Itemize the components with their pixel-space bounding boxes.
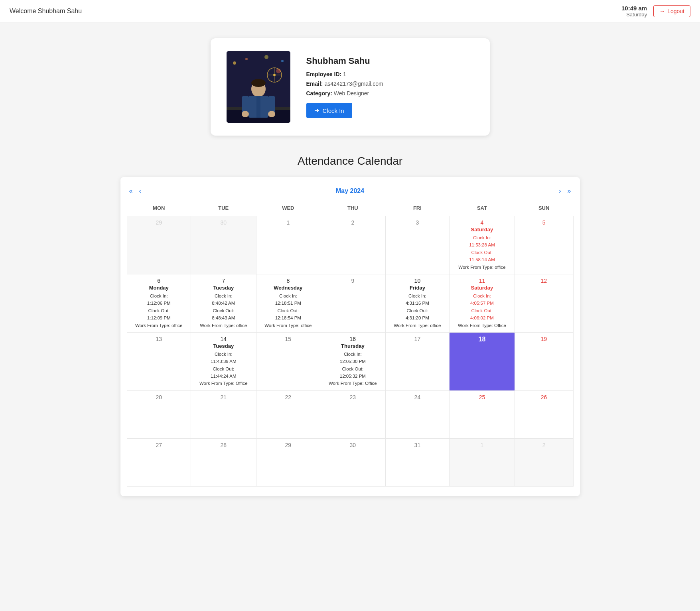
day-number: 19 [517, 336, 571, 342]
calendar-prev-nav[interactable]: « ‹ [127, 187, 144, 195]
calendar-cell: 16 Thursday Clock In:12:05:30 PMClock Ou… [320, 332, 386, 390]
header-right: 10:49 am Saturday → Logout [621, 5, 690, 18]
profile-photo-svg [227, 51, 290, 123]
day-detail: Clock In:1:12:06 PMClock Out:1:12:09 PMW… [130, 292, 188, 329]
col-tue: TUE [191, 202, 256, 216]
profile-photo [227, 51, 290, 123]
prev-prev-button[interactable]: « [127, 187, 135, 195]
calendar-cell: 22 [256, 390, 320, 438]
calendar-cell: 24 [385, 390, 449, 438]
calendar-cell: 19 [515, 332, 573, 390]
day-number: 2 [323, 219, 383, 226]
day-number: 4 [452, 219, 512, 226]
calendar-cell: 15 [256, 332, 320, 390]
day-number: 5 [517, 219, 571, 226]
day-number: 29 [130, 219, 188, 226]
day-number: 12 [517, 278, 571, 284]
calendar-row-1: 6 Monday Clock In:1:12:06 PMClock Out:1:… [127, 274, 573, 332]
svg-point-19 [268, 111, 275, 117]
day-name: Saturday [452, 285, 512, 291]
calendar-cell: 5 [515, 216, 573, 274]
day-number: 10 [388, 278, 447, 284]
svg-point-1 [233, 61, 236, 65]
calendar-cell: 29 [127, 216, 191, 274]
attendance-section: Attendance Calendar « ‹ May 2024 › » MON… [120, 155, 580, 496]
calendar-cell: 8 Wednesday Clock In:12:18:51 PMClock Ou… [256, 274, 320, 332]
col-fri: FRI [385, 202, 449, 216]
col-wed: WED [256, 202, 320, 216]
calendar-row-2: 13 14 Tuesday Clock In:11:43:39 AMClock … [127, 332, 573, 390]
calendar-cell: 30 [320, 438, 386, 486]
day-number: 25 [452, 394, 512, 400]
clock-in-label: Clock In [323, 107, 344, 114]
employee-id-value: 1 [343, 71, 346, 77]
day-number: 30 [323, 442, 383, 448]
logout-label: Logout [667, 8, 684, 14]
calendar-cell: 2 [515, 438, 573, 486]
calendar-thead: MON TUE WED THU FRI SAT SUN [127, 202, 573, 216]
day-number: 7 [193, 278, 254, 284]
calendar-cell: 21 [191, 390, 256, 438]
day-display: Saturday [621, 12, 647, 18]
day-detail: Clock In:11:53:28 AMClock Out:11:58:14 A… [452, 234, 512, 271]
day-number: 14 [193, 336, 254, 342]
clock-in-button[interactable]: ➜ Clock In [306, 103, 352, 118]
day-number: 27 [130, 442, 188, 448]
day-name: Tuesday [193, 285, 254, 291]
day-number: 6 [130, 278, 188, 284]
attendance-title: Attendance Calendar [120, 155, 580, 168]
col-sun: SUN [515, 202, 573, 216]
svg-point-4 [281, 60, 284, 62]
category-row: Category: Web Designer [306, 90, 474, 97]
day-name: Wednesday [259, 285, 317, 291]
calendar-cell: 25 [450, 390, 515, 438]
day-name: Monday [130, 285, 188, 291]
day-detail: Clock In:12:05:30 PMClock Out:12:05:32 P… [323, 351, 383, 387]
calendar-cell: 28 [191, 438, 256, 486]
calendar-cell: 26 [515, 390, 573, 438]
day-number: 2 [517, 442, 571, 448]
day-number: 23 [323, 394, 383, 400]
svg-point-18 [242, 111, 249, 117]
calendar-row-0: 2930123 4 Saturday Clock In:11:53:28 AMC… [127, 216, 573, 274]
day-name: Tuesday [193, 343, 254, 349]
profile-photo-placeholder [227, 51, 290, 123]
category-value: Web Designer [334, 90, 369, 97]
day-number: 16 [323, 336, 383, 342]
calendar-cell: 13 [127, 332, 191, 390]
day-detail: Clock In:12:18:51 PMClock Out:12:18:54 P… [259, 292, 317, 329]
calendar-next-nav[interactable]: › » [556, 187, 573, 195]
category-label: Category: [306, 90, 332, 97]
day-number: 22 [259, 394, 317, 400]
logout-button[interactable]: → Logout [653, 5, 690, 17]
day-detail: Clock In:8:48:42 AMClock Out:8:48:43 AMW… [193, 292, 254, 329]
day-number: 18 [452, 336, 512, 343]
next-button[interactable]: › [556, 187, 563, 195]
day-number: 1 [452, 442, 512, 448]
day-name: Friday [388, 285, 447, 291]
calendar-month: May 2024 [336, 187, 364, 195]
employee-id-row: Employee ID: 1 [306, 71, 474, 77]
day-number: 17 [388, 336, 447, 342]
day-number: 8 [259, 278, 317, 284]
col-thu: THU [320, 202, 386, 216]
calendar-cell: 3 [385, 216, 449, 274]
day-number: 21 [193, 394, 254, 400]
col-sat: SAT [450, 202, 515, 216]
calendar-cell: 31 [385, 438, 449, 486]
next-next-button[interactable]: » [565, 187, 574, 195]
calendar-cell: 20 [127, 390, 191, 438]
prev-button[interactable]: ‹ [136, 187, 143, 195]
profile-info: Shubham Sahu Employee ID: 1 Email: as424… [306, 56, 474, 118]
calendar-cell: 23 [320, 390, 386, 438]
time-display: 10:49 am [621, 5, 647, 12]
day-number: 9 [323, 278, 383, 284]
calendar-weekday-row: MON TUE WED THU FRI SAT SUN [127, 202, 573, 216]
svg-point-3 [264, 55, 268, 59]
calendar-cell: 1 [256, 216, 320, 274]
calendar-body: 2930123 4 Saturday Clock In:11:53:28 AMC… [127, 216, 573, 487]
email-row: Email: as4242173@gmail.com [306, 81, 474, 87]
svg-point-13 [251, 79, 266, 87]
day-number: 1 [259, 219, 317, 226]
day-number: 13 [130, 336, 188, 342]
